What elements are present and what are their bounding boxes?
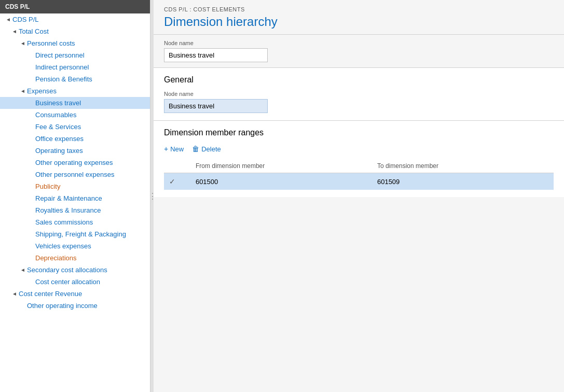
sidebar-item-label: Other operating income — [27, 302, 98, 310]
sidebar-item-label: Shipping, Freight & Packaging — [35, 230, 126, 238]
sidebar-item-label: Royalties & Insurance — [35, 206, 101, 214]
general-node-input[interactable] — [164, 99, 268, 113]
top-node-label: Node name — [164, 40, 554, 46]
page-title: Dimension hierarchy — [164, 15, 554, 29]
sidebar-item-other-personnel-expenses[interactable]: Other personnel expenses — [0, 169, 150, 180]
toggle-icon: ◄ — [10, 29, 19, 34]
sidebar-item-direct-personnel[interactable]: Direct personnel — [0, 49, 150, 61]
toggle-icon: ◄ — [19, 40, 27, 46]
sidebar-item-cost-center-revenue[interactable]: ◄Cost center Revenue — [0, 288, 150, 300]
sidebar-item-label: Cost center Revenue — [19, 290, 82, 298]
table-row[interactable]: ✓601500601509 — [164, 173, 554, 190]
sidebar-item-royalties-insurance[interactable]: Royalties & Insurance — [0, 204, 150, 216]
toggle-icon: ◄ — [19, 88, 27, 94]
sidebar-item-repair-maintenance[interactable]: Repair & Maintenance — [0, 192, 150, 204]
sidebar-item-business-travel[interactable]: Business travel — [0, 97, 150, 109]
sidebar-item-label: Publicity — [35, 183, 60, 190]
sidebar-item-label: Indirect personnel — [35, 63, 89, 71]
sidebar-item-publicity[interactable]: Publicity — [0, 180, 150, 192]
row-from: 601500 — [190, 173, 372, 190]
sidebar-item-label: Secondary cost allocations — [27, 266, 107, 274]
top-node-name-section: Node name Business travel — [154, 35, 564, 67]
sidebar-item-label: Pension & Benefits — [35, 75, 92, 83]
sidebar-item-pension-benefits[interactable]: Pension & Benefits — [0, 73, 150, 85]
sidebar-item-operating-taxes[interactable]: Operating taxes — [0, 145, 150, 157]
col-check-header — [164, 159, 190, 173]
top-node-value: Business travel — [164, 48, 268, 62]
sidebar-item-other-operating-income[interactable]: Other operating income — [0, 300, 150, 312]
sidebar-item-office-expenses[interactable]: Office expenses — [0, 133, 150, 145]
sidebar-item-depreciations[interactable]: Depreciations — [0, 252, 150, 264]
breadcrumb: CDS P/L : COST ELEMENTS — [164, 6, 554, 12]
tree-container: ◄CDS P/L◄Total Cost◄Personnel costsDirec… — [0, 13, 150, 312]
sidebar-item-label: Depreciations — [35, 254, 77, 262]
row-check[interactable]: ✓ — [164, 173, 190, 190]
sidebar-item-label: Other operating expenses — [35, 159, 113, 166]
sidebar-item-label: Repair & Maintenance — [35, 194, 102, 202]
sidebar-item-label: Consumables — [35, 111, 77, 119]
sidebar-item-personnel-costs[interactable]: ◄Personnel costs — [0, 37, 150, 49]
toolbar: + New 🗑 Delete — [164, 144, 554, 154]
sidebar-item-label: CDS P/L — [12, 16, 39, 23]
row-to: 601509 — [372, 173, 554, 190]
checkmark-icon: ✓ — [169, 177, 175, 186]
col-to-header: To dimension member — [372, 159, 554, 173]
sidebar-item-label: Office expenses — [35, 135, 84, 143]
trash-icon: 🗑 — [192, 145, 199, 153]
col-from-header: From dimension member — [190, 159, 372, 173]
sidebar-item-other-operating-expenses[interactable]: Other operating expenses — [0, 157, 150, 169]
sidebar: CDS P/L ◄CDS P/L◄Total Cost◄Personnel co… — [0, 0, 150, 392]
sidebar-header: CDS P/L — [0, 0, 150, 13]
sidebar-item-label: Cost center allocation — [35, 278, 100, 286]
general-section-title: General — [164, 75, 554, 85]
new-button[interactable]: + New — [164, 144, 184, 154]
sidebar-item-vehicles-expenses[interactable]: Vehicles expenses — [0, 240, 150, 252]
dim-table-body: ✓601500601509 — [164, 173, 554, 190]
sidebar-item-label: Direct personnel — [35, 51, 85, 59]
sidebar-item-label: Operating taxes — [35, 147, 83, 155]
sidebar-item-shipping-freight[interactable]: Shipping, Freight & Packaging — [0, 228, 150, 240]
sidebar-item-label: Fee & Services — [35, 123, 81, 131]
sidebar-item-cost-center-allocation[interactable]: Cost center allocation — [0, 276, 150, 288]
toggle-icon: ◄ — [10, 291, 19, 297]
sidebar-item-secondary-cost-allocations[interactable]: ◄Secondary cost allocations — [0, 264, 150, 276]
sidebar-item-label: Expenses — [27, 87, 57, 95]
sidebar-item-label: Personnel costs — [27, 39, 75, 47]
general-node-label: Node name — [164, 91, 554, 97]
sidebar-item-label: Business travel — [35, 99, 81, 107]
sidebar-item-label: Vehicles expenses — [35, 242, 91, 250]
toggle-icon: ◄ — [4, 17, 12, 22]
dim-member-table: From dimension member To dimension membe… — [164, 159, 554, 190]
delete-button[interactable]: 🗑 Delete — [192, 144, 221, 154]
sidebar-item-sales-commissions[interactable]: Sales commissions — [0, 216, 150, 228]
toggle-icon: ◄ — [19, 267, 27, 273]
sidebar-item-consumables[interactable]: Consumables — [0, 109, 150, 121]
main-content: CDS P/L : COST ELEMENTS Dimension hierar… — [154, 0, 564, 392]
dim-member-section: Dimension member ranges + New 🗑 Delete F… — [154, 121, 564, 197]
sidebar-item-indirect-personnel[interactable]: Indirect personnel — [0, 61, 150, 73]
dim-member-section-title: Dimension member ranges — [164, 128, 554, 137]
general-section: General Node name — [154, 68, 564, 120]
sidebar-item-total-cost[interactable]: ◄Total Cost — [0, 25, 150, 37]
sidebar-item-label: Total Cost — [19, 27, 49, 35]
sidebar-item-label: Sales commissions — [35, 218, 93, 226]
sidebar-item-cds-pl[interactable]: ◄CDS P/L — [0, 13, 150, 25]
plus-icon: + — [164, 145, 168, 153]
main-header: CDS P/L : COST ELEMENTS Dimension hierar… — [154, 0, 564, 35]
sidebar-item-expenses[interactable]: ◄Expenses — [0, 85, 150, 97]
sidebar-item-fee-services[interactable]: Fee & Services — [0, 121, 150, 133]
sidebar-item-label: Other personnel expenses — [35, 171, 114, 178]
